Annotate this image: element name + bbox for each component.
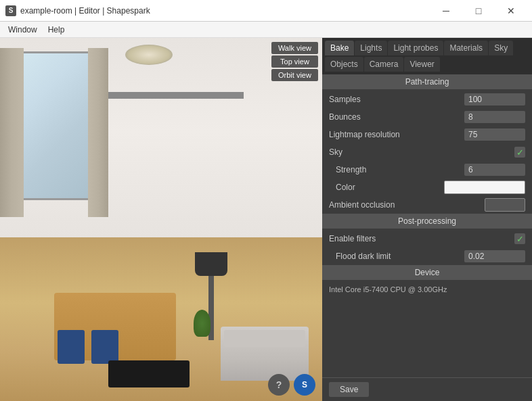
flood-dark-limit-value[interactable]: 0.02 [464,250,525,262]
right-panel: Bake Lights Light probes Materials Sky O… [322,38,532,401]
enable-filters-label: Enable filters [329,234,514,243]
strength-row: Strength 6 [322,161,532,179]
samples-label: Samples [329,95,464,104]
bounces-label: Bounces [329,112,464,122]
ambient-occlusion-row: Ambient occlusion [322,196,532,214]
curtain-right [88,48,108,217]
view-buttons: Walk view Top view Orbit view [271,42,318,81]
tab-objects[interactable]: Objects [325,57,363,72]
plant [194,310,210,337]
app-icon: S [5,5,16,16]
tab-bake[interactable]: Bake [325,41,354,55]
tab-sky[interactable]: Sky [489,41,513,55]
enable-filters-row: Enable filters ✓ [322,230,532,247]
ambient-occlusion-label: Ambient occlusion [329,200,485,210]
viewport-bottom-icons: ? S [268,374,315,396]
tab-light-probes[interactable]: Light probes [388,41,443,55]
tab-bar-row2: Objects Camera Viewer [322,55,532,74]
menu-help[interactable]: Help [43,24,70,36]
sky-label: Sky [329,147,514,157]
lightmap-resolution-value[interactable]: 75 [464,128,525,141]
save-bar: Save [322,377,532,401]
color-picker[interactable] [444,181,525,194]
help-button[interactable]: ? [268,374,290,396]
shelf [108,92,244,99]
window-title: example-room | Editor | Shapespark [20,6,430,16]
samples-value[interactable]: 100 [464,93,525,105]
main-content: Walk view Top view Orbit view ? S Bake L… [0,38,532,401]
enable-filters-checkbox[interactable]: ✓ [514,233,525,244]
bounces-row: Bounces 8 [322,108,532,126]
bounces-value[interactable]: 8 [464,111,525,123]
post-processing-header: Post-processing [322,214,532,229]
tab-lights[interactable]: Lights [355,41,387,55]
top-view-button[interactable]: Top view [271,55,318,68]
curtain-left [0,48,24,217]
title-bar: S example-room | Editor | Shapespark ─ □… [0,0,532,22]
coffee-table [108,360,190,387]
close-button[interactable]: ✕ [495,0,527,22]
lightmap-resolution-label: Lightmap resolution [329,130,464,139]
tab-viewer[interactable]: Viewer [404,57,439,72]
ambient-occlusion-picker[interactable] [485,198,525,212]
strength-label: Strength [336,165,464,174]
viewport: Walk view Top view Orbit view ? S [0,38,322,401]
sky-checkbox[interactable]: ✓ [514,147,525,158]
strength-value[interactable]: 6 [464,164,525,176]
panel-content: Path-tracing Samples 100 Bounces 8 Light… [322,74,532,377]
tab-bar-row1: Bake Lights Light probes Materials Sky [322,38,532,55]
window-controls: ─ □ ✕ [430,0,527,22]
tab-camera[interactable]: Camera [364,57,404,72]
save-button[interactable]: Save [329,382,369,397]
color-label: Color [336,183,444,192]
device-header: Device [322,265,532,280]
pendant-light [125,45,173,65]
minimize-button[interactable]: ─ [430,0,462,22]
walk-view-button[interactable]: Walk view [271,42,318,54]
chair-2 [91,330,118,364]
device-text: Intel Core i5-7400 CPU @ 3.00GHz [322,281,532,298]
orbit-view-button[interactable]: Orbit view [271,69,318,81]
chair-1 [58,330,85,364]
samples-row: Samples 100 [322,91,532,108]
maximize-button[interactable]: □ [463,0,494,22]
menu-bar: Window Help [0,22,532,38]
flood-dark-limit-label: Flood dark limit [336,252,464,261]
sofa [221,327,309,381]
room-scene [0,38,322,401]
path-tracing-header: Path-tracing [322,74,532,89]
room-window [14,51,95,200]
flood-dark-limit-row: Flood dark limit 0.02 [322,247,532,265]
lightmap-resolution-row: Lightmap resolution 75 [322,126,532,143]
logo-button[interactable]: S [294,374,315,396]
sky-row: Sky ✓ [322,143,532,161]
tab-materials[interactable]: Materials [444,41,488,55]
menu-window[interactable]: Window [3,24,43,36]
color-row: Color [322,179,532,196]
